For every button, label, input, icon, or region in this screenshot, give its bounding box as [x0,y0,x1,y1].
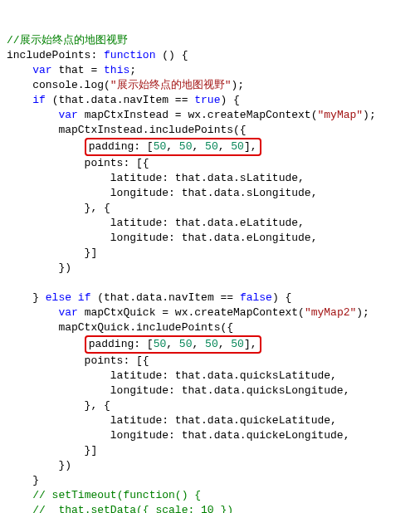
comment-line: // setTimeout(function() { [32,489,201,501]
code-text: latitude: that.data.eLatitude, [7,217,305,229]
code-text [7,109,58,121]
code-text: } [7,474,39,486]
code-text: }, { [7,202,110,214]
code-text: (that.data.navItem == [46,94,194,106]
code-text: , [218,338,232,350]
code-text [7,64,32,76]
highlight-padding-1: padding: [50, 50, 50, 50], [85,138,261,156]
code-text: mapCtxQuick.includePoints({ [7,321,233,334]
boolean-true: true [194,94,220,106]
number-literal: 50 [154,338,167,350]
code-text: ) { [272,291,291,304]
code-text: mapCtxInstead.includePoints({ [7,124,247,136]
code-text: }) [7,261,71,274]
code-text: padding [89,338,134,350]
string-literal: "myMap" [317,109,363,121]
code-text: points: [{ [7,157,149,169]
code-block: //展示始终点的地图视野 includePoints: function () … [7,33,417,513]
code-text: }) [7,459,71,471]
code-text: : [ [134,140,153,153]
string-literal: "myMap2" [305,306,356,319]
code-text: : [90,49,104,61]
code-text: longitude: that.data.eLongitude, [7,232,317,244]
code-text [7,306,58,319]
comment-line: //展示始终点的地图视野 [7,34,128,46]
code-text [7,94,32,106]
code-text [7,489,32,501]
keyword-var: var [32,64,51,76]
number-literal: 50 [205,338,218,350]
code-text: , [192,338,205,350]
code-text: longitude: that.data.quickeLongitude, [7,429,349,442]
code-text: ; [129,64,136,76]
code-text: latitude: that.data.quickeLatitude, [7,414,337,427]
string-literal: "展示始终点的地图视野" [110,79,232,91]
code-text: }] [7,247,97,259]
code-text: , [166,140,179,153]
comment-line: // that.setData({ scale: 10 }) [32,504,233,513]
code-text: , [192,140,205,153]
number-literal: 50 [231,140,244,153]
code-text: latitude: that.data.sLatitude, [7,172,305,184]
code-text: mapCtxInstead = wx.createMapContext( [78,109,318,121]
number-literal: 50 [179,338,193,350]
keyword-if: if [32,94,46,106]
code-text [7,504,32,513]
code-text: } [7,291,46,304]
boolean-false: false [240,291,272,304]
code-text: (that.data.navItem == [90,291,239,304]
code-text: ); [356,306,369,319]
number-literal: 50 [205,140,218,153]
code-text: }] [7,444,97,457]
keyword-if: if [78,291,91,304]
code-text: includePoints [7,49,90,61]
code-text: ); [363,109,376,121]
code-text: () { [155,49,188,61]
code-text: , [218,140,232,153]
code-text: longitude: that.data.sLongitude, [7,187,317,199]
code-text: longitude: that.data.quicksLongitude, [7,384,349,397]
code-text: ], [244,140,257,153]
number-literal: 50 [154,140,167,153]
code-text [7,140,85,153]
keyword-else: else [46,291,71,304]
code-text: ); [231,79,244,91]
code-text: }, { [7,399,110,412]
keyword-var: var [58,109,77,121]
code-text: mapCtxQuick = wx.createMapContext( [78,306,305,319]
code-text: , [166,338,179,350]
code-text: ) { [220,94,239,106]
number-literal: 50 [179,140,193,153]
keyword-function: function [104,49,155,61]
code-text: latitude: that.data.quicksLatitude, [7,369,337,382]
code-text: ], [244,338,257,350]
code-text [7,338,85,350]
code-text: : [ [134,338,153,350]
keyword-this: this [104,64,129,76]
keyword-var: var [58,306,77,319]
code-text [71,291,78,304]
highlight-padding-2: padding: [50, 50, 50, 50], [85,335,261,354]
code-text: console.log( [7,79,110,91]
code-text: points: [{ [7,354,149,367]
code-text: padding [89,140,134,153]
code-text: that = [52,64,104,76]
number-literal: 50 [231,338,244,350]
